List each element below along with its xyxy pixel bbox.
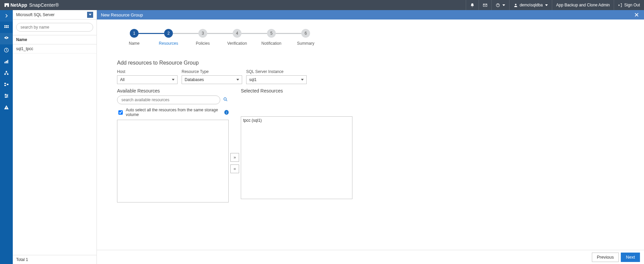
nav-dashboard[interactable]: [0, 22, 13, 33]
available-title: Available Resources: [117, 88, 229, 93]
host-label: Host: [117, 69, 178, 74]
wizard-step-resources[interactable]: 2Resources: [151, 29, 186, 46]
move-right-button[interactable]: »: [230, 153, 239, 162]
close-button[interactable]: [633, 11, 640, 18]
svg-rect-17: [6, 71, 7, 72]
form-title: Add resources to Resource Group: [117, 60, 644, 66]
notifications-button[interactable]: [466, 0, 479, 10]
list-item[interactable]: tpcc (sql1): [241, 117, 352, 124]
mover-buttons: » «: [229, 123, 241, 202]
svg-rect-21: [4, 85, 6, 86]
available-column: Available Resources Auto select all the …: [117, 88, 229, 202]
wizard-step-summary[interactable]: 6Summary: [289, 29, 323, 46]
instance-label: SQL Server Instance: [246, 69, 307, 74]
svg-point-23: [5, 94, 6, 95]
nav-storage[interactable]: [0, 79, 13, 90]
side-panel: Microsoft SQL Server Name sql1_tpcc Tota…: [13, 10, 97, 264]
plugin-dropdown-button[interactable]: [87, 12, 93, 18]
svg-rect-6: [4, 25, 5, 26]
page-header: New Resource Group: [97, 10, 644, 20]
wizard-step-policies[interactable]: 3Policies: [186, 29, 220, 46]
info-icon[interactable]: i: [224, 110, 229, 115]
plugin-label: Microsoft SQL Server: [16, 12, 54, 17]
chevron-down-icon: [545, 4, 548, 6]
brand-company: NetApp: [10, 2, 27, 8]
resource-type-select[interactable]: Databases: [182, 75, 242, 84]
nav-resources[interactable]: [0, 33, 13, 44]
list-header-name[interactable]: Name: [13, 35, 97, 44]
auto-select-checkbox[interactable]: [118, 110, 123, 115]
plugin-selector: Microsoft SQL Server: [13, 10, 97, 20]
previous-button[interactable]: Previous: [592, 253, 619, 262]
svg-rect-19: [7, 74, 8, 75]
svg-rect-9: [4, 27, 5, 28]
wizard-step-name[interactable]: 1Name: [117, 29, 151, 46]
svg-point-5: [515, 4, 516, 5]
netapp-logo: NetApp: [4, 2, 27, 8]
wizard-footer: Previous Next: [97, 250, 644, 264]
main-body: 1Name2Resources3Policies4Verification5No…: [97, 20, 644, 264]
list-item[interactable]: sql1_tpcc: [13, 44, 97, 53]
brand: NetApp SnapCenter®: [4, 2, 59, 8]
nav-settings[interactable]: [0, 90, 13, 102]
svg-rect-26: [6, 107, 6, 108]
left-nav: [0, 10, 13, 264]
nav-expand-button[interactable]: [0, 10, 13, 22]
filter-row: Host All Resource Type Databases SQL Ser…: [117, 69, 644, 84]
topbar-right: demo\sqldba App Backup and Clone Admin S…: [466, 0, 644, 10]
nav-alerts[interactable]: [0, 102, 13, 113]
svg-rect-0: [4, 3, 6, 7]
wizard-steps: 1Name2Resources3Policies4Verification5No…: [117, 29, 644, 46]
search-available-input[interactable]: [117, 96, 220, 104]
resource-type-label: Resource Type: [182, 69, 242, 74]
auto-select-label: Auto select all the resources from the s…: [126, 108, 222, 117]
search-icon[interactable]: [223, 97, 228, 103]
nav-monitor[interactable]: [0, 44, 13, 56]
nav-hosts[interactable]: [0, 67, 13, 79]
help-button[interactable]: [491, 0, 509, 10]
instance-select[interactable]: sql1: [246, 75, 307, 84]
svg-point-25: [5, 97, 6, 98]
svg-rect-2: [6, 3, 7, 5]
topbar: NetApp SnapCenter® demo\sqldba App Backu…: [0, 0, 644, 10]
next-button[interactable]: Next: [621, 253, 640, 262]
user-menu[interactable]: demo\sqldba: [509, 0, 552, 10]
messages-button[interactable]: [479, 0, 491, 10]
selected-listbox[interactable]: tpcc (sql1): [241, 116, 352, 199]
svg-rect-18: [4, 74, 6, 75]
svg-point-4: [498, 6, 498, 6]
search-input[interactable]: [16, 23, 93, 32]
svg-rect-22: [7, 84, 8, 85]
svg-rect-11: [7, 27, 8, 28]
svg-rect-20: [4, 83, 6, 84]
svg-point-24: [7, 96, 8, 97]
chevron-down-icon: [502, 4, 505, 6]
svg-rect-10: [6, 27, 7, 28]
wizard-step-notification[interactable]: 5Notification: [254, 29, 289, 46]
selected-column: Selected Resources tpcc (sql1): [241, 88, 352, 202]
wizard-step-verification[interactable]: 4Verification: [220, 29, 254, 46]
available-listbox[interactable]: [117, 120, 229, 202]
svg-rect-7: [6, 25, 7, 26]
selected-title: Selected Resources: [241, 88, 352, 93]
svg-point-28: [224, 98, 227, 101]
move-left-button[interactable]: «: [230, 164, 239, 173]
side-total: Total 1: [13, 255, 97, 264]
svg-rect-8: [7, 25, 8, 26]
host-select[interactable]: All: [117, 75, 178, 84]
main-area: New Resource Group 1Name2Resources3Polic…: [97, 10, 644, 264]
signout-button[interactable]: Sign Out: [614, 0, 644, 10]
svg-rect-1: [7, 3, 9, 7]
svg-rect-27: [6, 108, 6, 109]
user-label: demo\sqldba: [520, 3, 543, 7]
role-label[interactable]: App Backup and Clone Admin: [552, 0, 614, 10]
nav-reports[interactable]: [0, 56, 13, 67]
page-title: New Resource Group: [101, 12, 143, 17]
brand-product: SnapCenter®: [29, 2, 59, 8]
